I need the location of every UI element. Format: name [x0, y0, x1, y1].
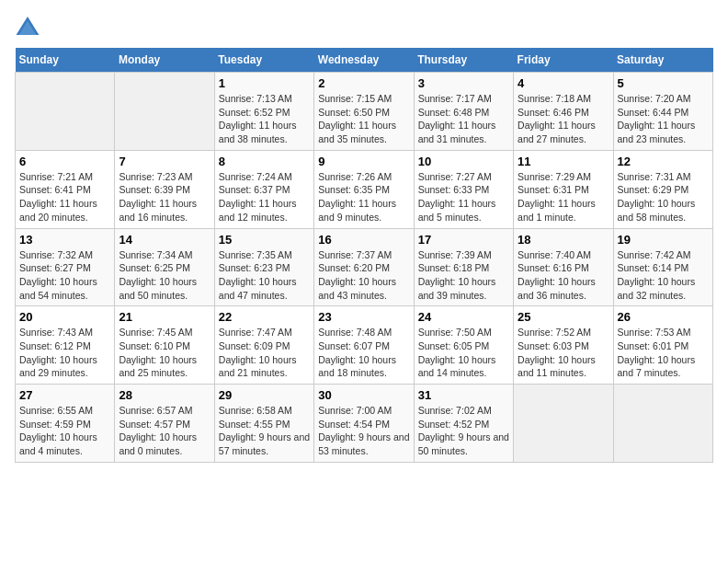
day-info: Sunrise: 6:57 AM Sunset: 4:57 PM Dayligh…: [119, 404, 210, 458]
day-info: Sunrise: 7:42 AM Sunset: 6:14 PM Dayligh…: [618, 248, 709, 303]
day-info: Sunrise: 7:45 AM Sunset: 6:10 PM Dayligh…: [119, 326, 210, 380]
day-number: 25: [518, 310, 609, 324]
calendar-cell: 3Sunrise: 7:17 AM Sunset: 6:48 PM Daylig…: [414, 73, 513, 151]
day-number: 14: [119, 233, 210, 247]
calendar-cell: 12Sunrise: 7:31 AM Sunset: 6:29 PM Dayli…: [613, 150, 712, 228]
logo-icon: [15, 15, 40, 37]
day-info: Sunrise: 7:34 AM Sunset: 6:25 PM Dayligh…: [119, 248, 210, 303]
day-info: Sunrise: 7:24 AM Sunset: 6:37 PM Dayligh…: [219, 170, 310, 224]
calendar-cell: 31Sunrise: 7:02 AM Sunset: 4:52 PM Dayli…: [414, 385, 513, 463]
calendar-cell: 23Sunrise: 7:48 AM Sunset: 6:07 PM Dayli…: [314, 306, 414, 385]
day-number: 19: [618, 233, 709, 247]
calendar-cell: 11Sunrise: 7:29 AM Sunset: 6:31 PM Dayli…: [514, 150, 613, 228]
calendar-cell: 25Sunrise: 7:52 AM Sunset: 6:03 PM Dayli…: [514, 306, 613, 385]
day-number: 17: [418, 233, 509, 247]
day-info: Sunrise: 7:50 AM Sunset: 6:05 PM Dayligh…: [418, 326, 509, 380]
calendar-cell: 28Sunrise: 6:57 AM Sunset: 4:57 PM Dayli…: [115, 385, 214, 463]
header: [15, 15, 713, 37]
day-info: Sunrise: 7:20 AM Sunset: 6:44 PM Dayligh…: [618, 92, 709, 146]
calendar-cell: 14Sunrise: 7:34 AM Sunset: 6:25 PM Dayli…: [115, 228, 214, 306]
day-number: 8: [219, 155, 310, 168]
calendar-cell: 29Sunrise: 6:58 AM Sunset: 4:55 PM Dayli…: [214, 385, 313, 463]
day-info: Sunrise: 7:53 AM Sunset: 6:01 PM Dayligh…: [618, 326, 709, 380]
calendar-cell: 18Sunrise: 7:40 AM Sunset: 6:16 PM Dayli…: [514, 228, 613, 306]
day-of-week-header: Monday: [115, 48, 214, 73]
day-number: 21: [119, 310, 210, 324]
day-number: 20: [19, 310, 110, 324]
day-of-week-header: Sunday: [16, 48, 115, 73]
day-number: 22: [219, 310, 310, 324]
day-number: 23: [318, 310, 409, 324]
day-number: 1: [219, 76, 310, 90]
day-number: 27: [19, 388, 110, 402]
day-of-week-header: Thursday: [414, 48, 513, 73]
calendar-week-row: 27Sunrise: 6:55 AM Sunset: 4:59 PM Dayli…: [16, 385, 713, 463]
day-info: Sunrise: 7:17 AM Sunset: 6:48 PM Dayligh…: [418, 92, 509, 146]
day-number: 5: [618, 76, 709, 90]
day-number: 15: [219, 233, 310, 247]
calendar-cell: 10Sunrise: 7:27 AM Sunset: 6:33 PM Dayli…: [414, 150, 513, 228]
calendar-cell: 21Sunrise: 7:45 AM Sunset: 6:10 PM Dayli…: [115, 306, 214, 385]
calendar-cell: 30Sunrise: 7:00 AM Sunset: 4:54 PM Dayli…: [314, 385, 414, 463]
day-info: Sunrise: 7:18 AM Sunset: 6:46 PM Dayligh…: [518, 92, 609, 146]
calendar-cell: 22Sunrise: 7:47 AM Sunset: 6:09 PM Dayli…: [214, 306, 313, 385]
day-of-week-header: Saturday: [613, 48, 712, 73]
day-number: 6: [19, 155, 110, 168]
day-number: 28: [119, 388, 210, 402]
day-info: Sunrise: 7:40 AM Sunset: 6:16 PM Dayligh…: [518, 248, 609, 303]
day-number: 7: [119, 155, 210, 168]
calendar-cell: [115, 73, 214, 151]
calendar-cell: 4Sunrise: 7:18 AM Sunset: 6:46 PM Daylig…: [514, 73, 613, 151]
day-info: Sunrise: 7:27 AM Sunset: 6:33 PM Dayligh…: [418, 170, 509, 224]
day-number: 29: [219, 388, 310, 402]
day-info: Sunrise: 7:23 AM Sunset: 6:39 PM Dayligh…: [119, 170, 210, 224]
day-info: Sunrise: 7:26 AM Sunset: 6:35 PM Dayligh…: [318, 170, 409, 224]
day-number: 4: [518, 76, 609, 90]
day-info: Sunrise: 7:39 AM Sunset: 6:18 PM Dayligh…: [418, 248, 509, 303]
day-info: Sunrise: 7:32 AM Sunset: 6:27 PM Dayligh…: [19, 248, 110, 303]
day-info: Sunrise: 6:55 AM Sunset: 4:59 PM Dayligh…: [19, 404, 110, 458]
calendar-cell: 9Sunrise: 7:26 AM Sunset: 6:35 PM Daylig…: [314, 150, 414, 228]
calendar-week-row: 1Sunrise: 7:13 AM Sunset: 6:52 PM Daylig…: [16, 73, 713, 151]
calendar-cell: 5Sunrise: 7:20 AM Sunset: 6:44 PM Daylig…: [613, 73, 712, 151]
calendar-table: SundayMondayTuesdayWednesdayThursdayFrid…: [15, 48, 713, 463]
day-info: Sunrise: 7:29 AM Sunset: 6:31 PM Dayligh…: [518, 170, 609, 224]
calendar-cell: [16, 73, 115, 151]
day-number: 3: [418, 76, 509, 90]
calendar-cell: 8Sunrise: 7:24 AM Sunset: 6:37 PM Daylig…: [214, 150, 313, 228]
calendar-cell: [613, 385, 712, 463]
calendar-cell: 7Sunrise: 7:23 AM Sunset: 6:39 PM Daylig…: [115, 150, 214, 228]
day-of-week-header: Tuesday: [214, 48, 313, 73]
day-number: 16: [318, 233, 409, 247]
day-info: Sunrise: 7:15 AM Sunset: 6:50 PM Dayligh…: [318, 92, 409, 146]
day-number: 26: [618, 310, 709, 324]
day-info: Sunrise: 7:31 AM Sunset: 6:29 PM Dayligh…: [618, 170, 709, 224]
day-info: Sunrise: 7:00 AM Sunset: 4:54 PM Dayligh…: [318, 404, 409, 458]
day-of-week-header: Friday: [514, 48, 613, 73]
day-info: Sunrise: 7:52 AM Sunset: 6:03 PM Dayligh…: [518, 326, 609, 380]
day-number: 24: [418, 310, 509, 324]
day-number: 30: [318, 388, 409, 402]
day-number: 2: [318, 76, 409, 90]
calendar-cell: 2Sunrise: 7:15 AM Sunset: 6:50 PM Daylig…: [314, 73, 414, 151]
day-info: Sunrise: 7:43 AM Sunset: 6:12 PM Dayligh…: [19, 326, 110, 380]
day-number: 18: [518, 233, 609, 247]
calendar-cell: 24Sunrise: 7:50 AM Sunset: 6:05 PM Dayli…: [414, 306, 513, 385]
day-info: Sunrise: 7:21 AM Sunset: 6:41 PM Dayligh…: [19, 170, 110, 224]
day-info: Sunrise: 7:37 AM Sunset: 6:20 PM Dayligh…: [318, 248, 409, 303]
day-number: 13: [19, 233, 110, 247]
day-info: Sunrise: 7:47 AM Sunset: 6:09 PM Dayligh…: [219, 326, 310, 380]
day-of-week-header: Wednesday: [314, 48, 414, 73]
calendar-cell: 26Sunrise: 7:53 AM Sunset: 6:01 PM Dayli…: [613, 306, 712, 385]
days-header-row: SundayMondayTuesdayWednesdayThursdayFrid…: [16, 48, 713, 73]
day-info: Sunrise: 7:48 AM Sunset: 6:07 PM Dayligh…: [318, 326, 409, 380]
day-info: Sunrise: 7:35 AM Sunset: 6:23 PM Dayligh…: [219, 248, 310, 303]
calendar-week-row: 6Sunrise: 7:21 AM Sunset: 6:41 PM Daylig…: [16, 150, 713, 228]
day-info: Sunrise: 7:13 AM Sunset: 6:52 PM Dayligh…: [219, 92, 310, 146]
day-number: 31: [418, 388, 509, 402]
calendar-cell: 16Sunrise: 7:37 AM Sunset: 6:20 PM Dayli…: [314, 228, 414, 306]
day-number: 11: [518, 155, 609, 168]
logo: [15, 15, 44, 37]
day-number: 12: [618, 155, 709, 168]
calendar-cell: 27Sunrise: 6:55 AM Sunset: 4:59 PM Dayli…: [16, 385, 115, 463]
